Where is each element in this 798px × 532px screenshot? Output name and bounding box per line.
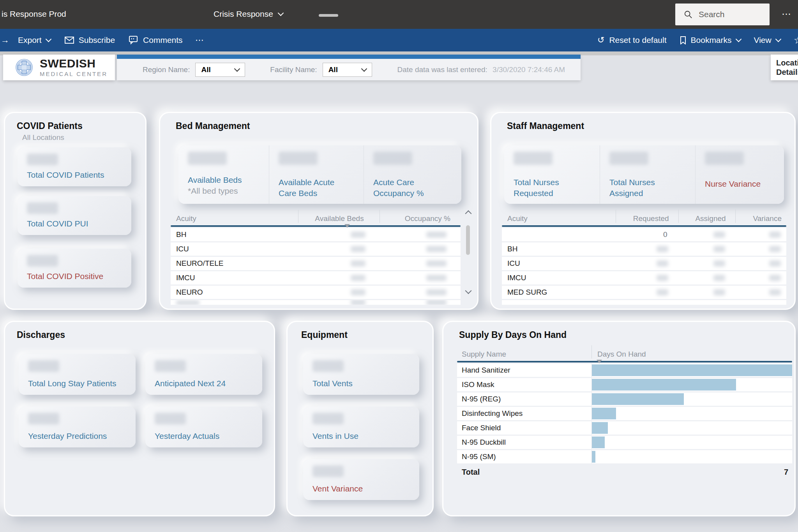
redacted-value (713, 232, 725, 238)
panel-title: Discharges (17, 330, 65, 340)
supply-row[interactable]: Face Shield (457, 421, 792, 435)
scroll-thumb[interactable] (466, 225, 470, 255)
search-input[interactable]: Search (675, 4, 770, 25)
total-label: Total (457, 468, 591, 477)
report-title: Crisis Response (214, 9, 273, 19)
kpi-total-covid-pui: Total COVID PUI (18, 196, 131, 235)
toolbar-more-icon[interactable]: ⋯ (195, 36, 204, 44)
crisis-response-dashboard: { "titlebar": { "app_name": "is Response… (0, 0, 798, 532)
redacted-value (279, 152, 318, 165)
table-row[interactable]: ICU (502, 257, 786, 270)
undo-icon: ↺ (597, 36, 604, 44)
table-row[interactable]: IMCU (171, 271, 461, 285)
table-row[interactable]: BH (171, 228, 461, 241)
supply-row[interactable]: N-95 (SM) (457, 450, 792, 463)
data-bar (592, 451, 595, 463)
table-row[interactable]: BH (502, 242, 786, 256)
redacted-value (713, 260, 725, 267)
table-scrollbar[interactable] (465, 210, 472, 300)
more-options-icon[interactable]: ⋯ (782, 9, 792, 19)
scroll-down-icon[interactable] (465, 288, 472, 294)
supply-table-header[interactable]: Supply Name Days On Hand (457, 341, 792, 361)
facility-dropdown[interactable]: All (323, 63, 373, 77)
supply-row[interactable]: Hand Sanitizer (457, 364, 792, 377)
scroll-up-icon[interactable] (465, 210, 472, 217)
kpi-total-nurses-requested: Total Nurses Requested (504, 145, 600, 204)
staff-table-header[interactable]: Acuity Requested Assigned Variance (502, 210, 786, 225)
redacted-value (426, 289, 447, 295)
comment-icon (129, 36, 138, 44)
bed-table: Acuity Available Beds Occupancy % BH ICU… (171, 210, 461, 305)
table-row[interactable]: NEURO/TELE (171, 257, 461, 270)
location-details-button[interactable]: Location Details (771, 55, 798, 80)
panel-subtitle: All Locations (22, 133, 64, 142)
supply-row[interactable]: Disinfecting Wipes (457, 407, 792, 420)
redacted-value (351, 300, 365, 305)
staff-management-panel: Staff Management Total Nurses Requested … (490, 112, 796, 310)
redacted-value (28, 413, 59, 424)
panel-title: Staff Management (507, 121, 584, 131)
panel-title: Bed Management (176, 121, 250, 131)
table-row[interactable]: 0 (502, 228, 786, 241)
supply-row[interactable]: ISO Mask (457, 378, 792, 391)
chevron-down-icon (45, 36, 51, 42)
discharges-panel: Discharges Total Long Stay Patients Anti… (4, 321, 275, 516)
redacted-value (769, 232, 781, 238)
redacted-value (27, 154, 58, 165)
kpi-total-long-stay-patients: Total Long Stay Patients (19, 354, 136, 395)
table-row-clipped (502, 300, 786, 305)
table-header-rule (457, 361, 792, 362)
export-button[interactable]: Export (18, 35, 51, 45)
chevron-down-icon (735, 36, 742, 42)
bed-table-header[interactable]: Acuity Available Beds Occupancy % (171, 210, 461, 225)
favorite-button[interactable]: ☆ (794, 35, 798, 45)
redacted-value (609, 152, 648, 165)
data-bar (592, 393, 684, 405)
redacted-value (351, 260, 365, 267)
supply-row[interactable]: N-95 Duckbill (457, 436, 792, 449)
nav-arrow[interactable]: → (1, 36, 9, 44)
redacted-value (769, 275, 781, 281)
table-row[interactable]: IMCU (502, 271, 786, 285)
redacted-value (426, 300, 447, 305)
redacted-value (312, 465, 344, 477)
report-title-menu[interactable]: Crisis Response (214, 9, 299, 19)
kpi-yesterday-actuals: Yesterday Actuals (145, 407, 262, 447)
redacted-value (713, 246, 725, 252)
chevron-down-icon (234, 65, 240, 72)
chevron-down-icon (278, 10, 284, 16)
panel-title: Supply By Days On Hand (459, 330, 567, 340)
kpi-available-beds: Available Beds *All bed types (178, 145, 269, 204)
kpi-anticipated-next-24: Anticipated Next 24 (145, 354, 262, 395)
supply-total-row: Total 7 (457, 465, 792, 479)
redacted-value (426, 275, 447, 281)
redacted-value (351, 232, 365, 238)
kpi-total-covid-patients: Total COVID Patients (18, 147, 131, 186)
region-dropdown[interactable]: All (195, 63, 245, 77)
reset-to-default-button[interactable]: ↺ Reset to default (597, 35, 667, 45)
bookmarks-button[interactable]: Bookmarks (680, 35, 741, 45)
filter-accent-bar (117, 55, 581, 59)
redacted-value (769, 260, 781, 267)
supply-row[interactable]: N-95 (REG) (457, 392, 792, 406)
facility-label: Facility Name: (270, 65, 317, 74)
comments-button[interactable]: Comments (129, 35, 183, 45)
redacted-value (27, 255, 58, 267)
workspace-name: is Response Prod (2, 9, 66, 19)
subscribe-button[interactable]: Subscribe (65, 35, 115, 45)
redacted-value (351, 275, 365, 281)
app-title-bar: is Response Prod Crisis Response Search … (0, 0, 798, 29)
redacted-value (28, 360, 59, 372)
envelope-icon (65, 37, 74, 44)
sort-descending-icon (344, 224, 350, 228)
redacted-value (713, 275, 725, 281)
redacted-value (155, 360, 186, 372)
equipment-panel: Equipment Total Vents Vents in Use Vent … (286, 321, 434, 516)
table-row[interactable]: ICU (171, 242, 461, 256)
table-row[interactable]: NEURO (171, 286, 461, 299)
view-button[interactable]: View (754, 35, 780, 45)
redacted-value (426, 260, 447, 267)
kpi-total-nurses-assigned: Total Nurses Assigned (600, 145, 695, 204)
table-row[interactable]: MED SURG (502, 286, 786, 299)
last-entered-value: 3/30/2020 7:24:46 AM (493, 65, 565, 74)
